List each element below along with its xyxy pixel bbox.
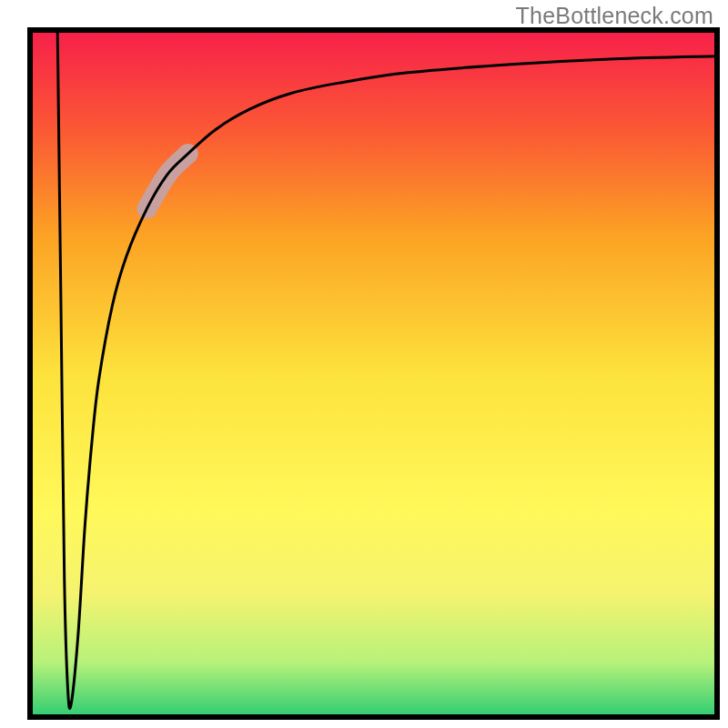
bottleneck-chart bbox=[0, 0, 728, 728]
chart-background bbox=[30, 30, 717, 717]
watermark-text: TheBottleneck.com bbox=[516, 3, 713, 29]
